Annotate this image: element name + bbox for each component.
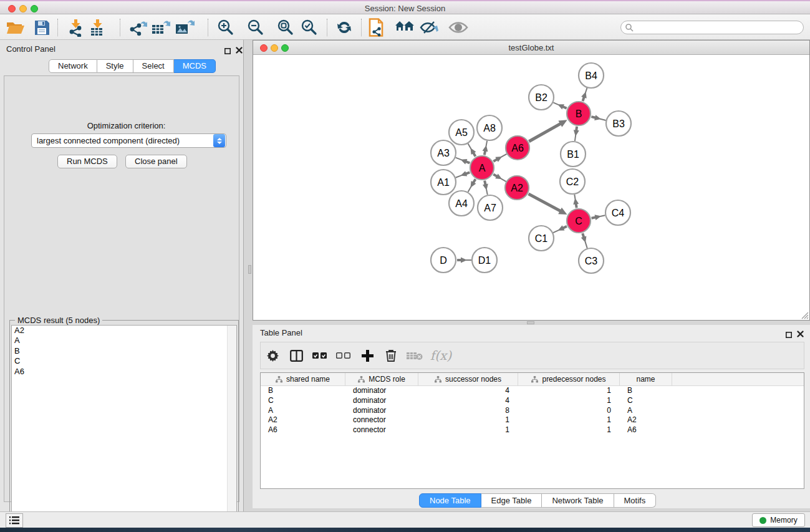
tab-node-table[interactable]: Node Table — [419, 493, 481, 508]
cell-mcds-role[interactable]: connector — [345, 425, 418, 435]
apply-layout-icon[interactable] — [334, 17, 355, 37]
cell-name[interactable]: A — [620, 406, 672, 416]
cell-name[interactable]: C — [620, 396, 672, 406]
cell-name[interactable]: A6 — [620, 425, 672, 435]
tab-edge-table[interactable]: Edge Table — [481, 493, 542, 508]
graph-node-label-B4: B4 — [585, 70, 597, 81]
mcds-result-item[interactable]: C — [12, 356, 236, 366]
cell-predecessor-nodes[interactable]: 1 — [518, 386, 620, 396]
select-all-icon[interactable] — [308, 344, 332, 367]
cell-successor-nodes[interactable]: 8 — [418, 406, 518, 416]
save-session-icon[interactable] — [31, 17, 52, 37]
network-window-titlebar[interactable]: testGlobe.txt — [253, 41, 809, 55]
cell-successor-nodes[interactable]: 4 — [418, 386, 518, 396]
table-row[interactable]: Adominator80A — [261, 406, 804, 416]
network-canvas[interactable]: AA1A2A3A4A5A6A7A8BB1B2B3B4CC1C2C3C4DD1 — [253, 55, 809, 320]
window-resize-grip[interactable] — [800, 311, 809, 319]
mcds-result-item[interactable]: A — [12, 336, 236, 346]
zoom-selected-icon[interactable] — [299, 17, 320, 37]
cell-name[interactable]: A2 — [620, 415, 672, 425]
table-options-icon[interactable] — [261, 344, 284, 367]
open-file-icon[interactable] — [5, 17, 26, 37]
mcds-result-item[interactable]: B — [12, 346, 236, 356]
home-icon[interactable] — [394, 17, 415, 37]
cell-shared-name[interactable]: C — [261, 396, 345, 406]
zoom-in-icon[interactable] — [215, 17, 236, 37]
table-panel-title: Table Panel — [260, 328, 302, 337]
cell-shared-name[interactable]: B — [261, 386, 345, 396]
cell-mcds-role[interactable]: connector — [345, 415, 418, 425]
export-network-icon[interactable] — [127, 17, 148, 37]
delete-columns-icon[interactable] — [379, 344, 403, 367]
node-table: shared nameMCDS rolesuccessor nodesprede… — [260, 372, 804, 489]
export-table-icon[interactable] — [150, 17, 171, 37]
export-image-icon[interactable] — [174, 17, 195, 37]
memory-button[interactable]: Memory — [752, 513, 805, 527]
graph-edge-A6-B[interactable] — [529, 123, 561, 142]
cell-predecessor-nodes[interactable]: 0 — [518, 406, 620, 416]
search-field[interactable] — [620, 21, 804, 34]
horizontal-splitter-handle[interactable] — [527, 321, 534, 324]
vertical-splitter-handle[interactable] — [248, 265, 251, 274]
run-mcds-button[interactable]: Run MCDS — [57, 155, 117, 168]
graph-node-label-B1: B1 — [567, 149, 579, 160]
tab-network[interactable]: Network — [49, 59, 97, 73]
table-float-panel-icon[interactable] — [786, 329, 792, 341]
cell-shared-name[interactable]: A6 — [261, 425, 345, 435]
import-network-icon[interactable] — [65, 17, 86, 37]
table-row[interactable]: Bdominator41B — [261, 386, 804, 396]
cell-predecessor-nodes[interactable]: 1 — [518, 425, 620, 435]
cell-name[interactable]: B — [620, 386, 672, 396]
search-input[interactable] — [634, 23, 803, 32]
result-list-scrollbar[interactable] — [227, 326, 236, 532]
graph-edge-B-B4-arrow — [581, 92, 587, 99]
float-panel-icon[interactable] — [224, 46, 231, 57]
graph-node-label-A: A — [479, 163, 486, 173]
cell-mcds-role[interactable]: dominator — [345, 396, 418, 406]
cell-successor-nodes[interactable]: 4 — [418, 396, 518, 406]
cell-predecessor-nodes[interactable]: 1 — [518, 415, 620, 425]
deselect-all-icon[interactable] — [332, 344, 355, 367]
mcds-result-item[interactable]: A6 — [12, 367, 236, 377]
create-column-icon[interactable] — [355, 344, 379, 367]
cell-predecessor-nodes[interactable]: 1 — [518, 396, 620, 406]
tab-mcds[interactable]: MCDS — [174, 59, 216, 73]
function-builder-icon[interactable]: f(x) — [427, 344, 455, 367]
tab-motifs[interactable]: Motifs — [614, 493, 657, 508]
tab-style[interactable]: Style — [97, 59, 133, 73]
table-row[interactable]: A6connector11A6 — [261, 425, 804, 435]
zoom-fit-icon[interactable] — [275, 17, 296, 37]
tree-icon — [276, 376, 282, 383]
show-graphics-details-icon[interactable] — [418, 17, 440, 37]
zoom-out-icon[interactable] — [245, 17, 266, 37]
tab-network-table[interactable]: Network Table — [542, 493, 614, 508]
column-header-predecessor-nodes[interactable]: predecessor nodes — [518, 373, 620, 385]
graph-edge-A2-C[interactable] — [529, 194, 561, 211]
show-columns-icon[interactable] — [284, 344, 308, 367]
column-header-name[interactable]: name — [620, 373, 672, 385]
cell-shared-name[interactable]: A — [261, 406, 345, 416]
cell-shared-name[interactable]: A2 — [261, 415, 345, 425]
tab-select[interactable]: Select — [133, 59, 174, 73]
criterion-dropdown[interactable]: largest connected component (directed) — [31, 133, 226, 148]
highlight-eye-icon[interactable] — [448, 17, 469, 37]
delete-table-icon[interactable] — [403, 344, 427, 367]
close-panel-icon[interactable] — [236, 45, 243, 56]
column-header-mcds-role[interactable]: MCDS role — [345, 373, 418, 385]
table-close-panel-icon[interactable] — [797, 329, 804, 340]
table-row[interactable]: A2connector11A2 — [261, 415, 804, 425]
cell-mcds-role[interactable]: dominator — [345, 406, 418, 416]
import-table-icon[interactable] — [87, 17, 108, 37]
cell-mcds-role[interactable]: dominator — [345, 386, 418, 396]
task-history-button[interactable] — [6, 513, 23, 528]
cell-successor-nodes[interactable]: 1 — [418, 415, 518, 425]
table-row[interactable]: Cdominator41C — [261, 396, 804, 406]
column-header-shared-name[interactable]: shared name — [261, 373, 345, 385]
criterion-dropdown-value: largest connected component (directed) — [32, 136, 213, 145]
graph-node-label-B3: B3 — [612, 118, 625, 129]
mcds-result-item[interactable]: A2 — [12, 326, 236, 336]
column-header-successor-nodes[interactable]: successor nodes — [418, 373, 518, 385]
cell-successor-nodes[interactable]: 1 — [418, 425, 518, 435]
close-panel-button[interactable]: Close panel — [125, 155, 187, 168]
network-snapshot-icon[interactable] — [366, 17, 387, 37]
